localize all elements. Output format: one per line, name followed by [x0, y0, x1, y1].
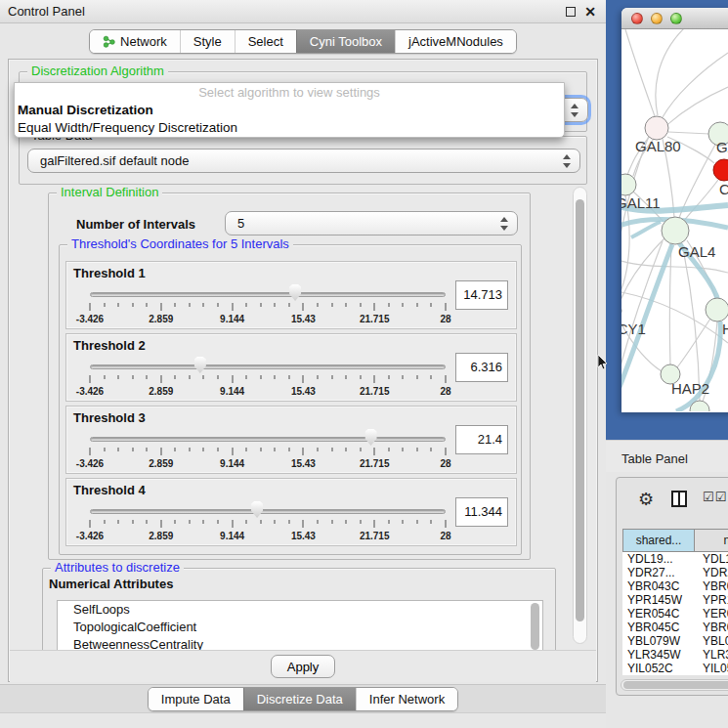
popup-item-manual-discretization[interactable]: Manual Discretization [15, 102, 564, 119]
tab-network[interactable]: Network [90, 30, 180, 53]
table-row[interactable]: YBR043C YBR043C [622, 579, 728, 593]
tick-label: 28 [440, 386, 450, 397]
slider-thumb[interactable] [193, 357, 207, 373]
column-header-name[interactable]: name [695, 529, 728, 552]
threshold-slider[interactable]: -3.4262.8599.14415.4321.71528 [90, 500, 446, 543]
threshold-value-field[interactable]: 6.316 [455, 353, 508, 382]
tick-mark [416, 303, 417, 307]
cell-shared-name[interactable]: YPR145W [622, 593, 695, 607]
network-view-window[interactable]: GAL80GACGAL11GAL4GCY1HHAP2 [621, 8, 728, 412]
cell-shared-name[interactable]: YER054C [622, 607, 695, 621]
attribute-list-item[interactable]: BetweennessCentrality [58, 636, 542, 650]
threshold-slider[interactable]: -3.4262.8599.14415.4321.71528 [90, 428, 446, 471]
vertical-scrollbar[interactable] [573, 187, 587, 644]
tab-discretize-data[interactable]: Discretize Data [243, 688, 356, 710]
slider-track[interactable] [90, 509, 446, 514]
tab-cyni-toolbox[interactable]: Cyni Toolbox [296, 30, 395, 53]
tick-label: 15.43 [291, 386, 316, 397]
threshold-value-field[interactable]: 21.4 [455, 425, 508, 454]
tab-select[interactable]: Select [235, 30, 296, 53]
tick-label: 21.715 [360, 314, 390, 324]
select-columns-icon[interactable]: ☑☑ [703, 490, 727, 504]
tick-mark [175, 375, 176, 379]
columns-icon[interactable] [671, 491, 687, 507]
threshold-slider[interactable]: -3.4262.8599.14415.4321.71528 [90, 283, 446, 326]
cell-name[interactable]: YDL19... [695, 552, 728, 566]
tab-label: Infer Network [369, 692, 445, 707]
close-panel-icon[interactable]: ✕ [584, 7, 596, 17]
scrollbar-thumb[interactable] [623, 681, 728, 689]
cell-shared-name[interactable]: YDL19... [622, 552, 695, 566]
list-scrollbar[interactable] [531, 603, 539, 650]
attribute-list-item[interactable]: SelfLoops [58, 601, 542, 619]
horizontal-scrollbar[interactable] [621, 679, 728, 691]
slider-thumb[interactable] [364, 429, 378, 446]
table-data-combobox[interactable]: galFiltered.sif default node [27, 149, 580, 173]
tick-mark [203, 520, 204, 524]
threshold-slider[interactable]: -3.4262.8599.14415.4321.71528 [90, 356, 446, 399]
number-of-intervals-combobox[interactable]: 5 [225, 211, 518, 236]
slider-thumb[interactable] [288, 284, 303, 301]
tab-impute-data[interactable]: Impute Data [149, 688, 243, 710]
column-header-shared-name[interactable]: shared... [622, 529, 695, 552]
network-window-titlebar[interactable] [621, 8, 728, 29]
network-node-c[interactable] [713, 159, 728, 181]
cell-name[interactable]: YDR27... [695, 566, 728, 579]
minimize-window-icon[interactable] [651, 13, 663, 24]
table-row[interactable]: YPR145W YPR145W [622, 593, 728, 607]
cell-name[interactable]: YPR145W [695, 593, 728, 607]
cell-name[interactable]: YBR045C [695, 621, 728, 634]
cell-shared-name[interactable]: YBR043C [622, 579, 695, 593]
tick-mark [90, 520, 91, 528]
table-toolbar: ⚙ ☑☑ [617, 478, 728, 523]
tick-mark [175, 303, 176, 307]
slider-track[interactable] [90, 292, 446, 297]
slider-thumb[interactable] [250, 501, 265, 518]
network-canvas[interactable]: GAL80GACGAL11GAL4GCY1HHAP2 [621, 29, 728, 411]
cell-shared-name[interactable]: YLR345W [622, 648, 695, 662]
threshold-value-field[interactable]: 14.713 [455, 280, 508, 310]
popup-item-equal-width-frequency[interactable]: Equal Width/Frequency Discretization [15, 119, 564, 137]
tab-label: Network [120, 34, 167, 49]
numerical-attributes-list[interactable]: SelfLoopsTopologicalCoefficientBetweenne… [57, 600, 543, 650]
network-node-gal80[interactable] [645, 116, 668, 140]
cell-shared-name[interactable]: YDR27... [622, 566, 695, 579]
scrollbar-thumb[interactable] [576, 199, 584, 621]
threshold-label: Threshold 4 [73, 483, 146, 497]
cell-name[interactable]: YBR043C [695, 579, 728, 593]
tab-jactivemnodules[interactable]: jActiveMNodules [395, 30, 516, 53]
cell-name[interactable]: YIL052C [695, 662, 728, 675]
cell-name[interactable]: YBL079W [695, 634, 728, 648]
cell-name[interactable]: YER054C [695, 607, 728, 621]
slider-track[interactable] [90, 364, 446, 369]
float-panel-icon[interactable] [566, 7, 576, 17]
tab-infer-network[interactable]: Infer Network [356, 688, 457, 710]
attribute-list-item[interactable]: TopologicalCoefficient [58, 619, 542, 636]
tick-mark [218, 303, 219, 307]
threshold-value-field[interactable]: 11.344 [455, 497, 508, 527]
zoom-window-icon[interactable] [670, 13, 682, 24]
table-row[interactable]: YIL052C YIL052C [622, 662, 728, 675]
table-row[interactable]: YBR045C YBR045C [622, 621, 728, 634]
gear-icon[interactable]: ⚙ [638, 489, 654, 510]
network-icon [103, 35, 115, 48]
tick-mark [232, 375, 233, 383]
network-node-gal4[interactable] [662, 217, 689, 244]
table-row[interactable]: YLR345W YLR345W [622, 648, 728, 662]
cell-shared-name[interactable]: YBL079W [622, 634, 695, 648]
table-row[interactable]: YER054C YER054C [622, 607, 728, 621]
apply-button[interactable]: Apply [271, 655, 335, 678]
slider-track[interactable] [90, 437, 446, 442]
tick-mark [288, 303, 289, 307]
cell-shared-name[interactable]: YIL052C [622, 662, 695, 675]
tab-style[interactable]: Style [180, 30, 235, 53]
tick-mark [403, 520, 404, 524]
table-row[interactable]: YBL079W YBL079W [622, 634, 728, 648]
close-window-icon[interactable] [631, 13, 643, 24]
tick-mark [160, 303, 161, 311]
table-row[interactable]: YDL19... YDL19... [622, 552, 728, 566]
table-row[interactable]: YDR27... YDR27... [622, 566, 728, 579]
cell-shared-name[interactable]: YBR045C [622, 621, 695, 634]
cell-name[interactable]: YLR345W [695, 648, 728, 662]
network-node-h[interactable] [706, 298, 728, 321]
